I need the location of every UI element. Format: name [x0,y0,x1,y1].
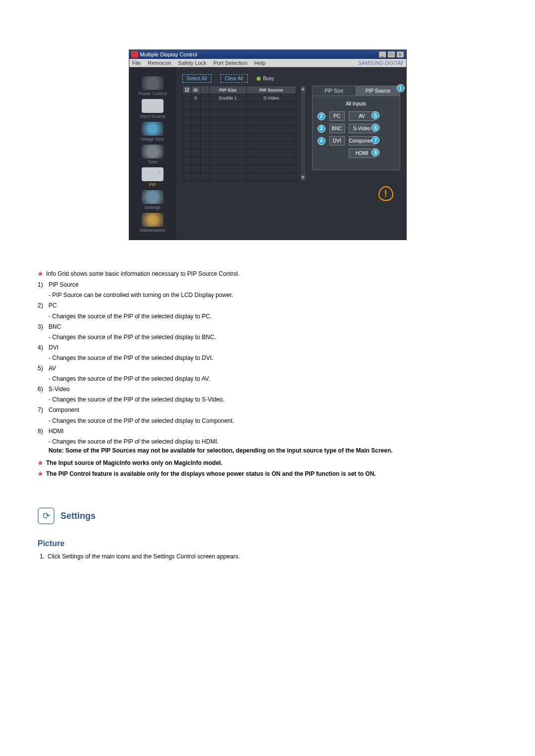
sidebar-item-settings[interactable]: Settings [129,190,176,210]
table-row[interactable] [182,165,296,173]
row-pip-source: S-Video [247,94,296,102]
table-row[interactable] [182,102,296,110]
item-2-title: PC [49,302,57,309]
sidebar-label-time: Time [129,159,176,164]
menu-remocon[interactable]: Remocon [148,60,171,66]
image-size-icon [142,122,163,136]
list-num: 8) [38,427,49,435]
busy-dot-icon [257,77,261,81]
col-check[interactable]: ☑ [182,86,191,94]
callout-7: 7 [372,136,379,144]
table-row[interactable] [182,142,296,150]
sidebar-item-input[interactable]: Input Source [129,99,176,119]
doc-bold-1: The Input source of MagicInfo works only… [46,459,222,467]
busy-label: Busy [263,76,274,81]
sidebar-label-input: Input Source [129,114,176,119]
item-6-title: S-Video [49,385,69,393]
doc-intro: Info Grid shows some basic information n… [46,270,240,278]
sidebar-item-pip[interactable]: PIP [129,167,176,187]
sidebar-item-time[interactable]: Time [129,145,176,164]
list-num: 3) [38,323,49,331]
item-8-desc: - Changes the source of the PIP of the s… [49,438,497,445]
menu-file[interactable]: File [132,60,141,66]
doc-bold-2: The PIP Control feature is available onl… [46,470,376,478]
grid-scrollbar[interactable]: ▲ ▼ [300,86,306,181]
item-3-title: BNC [49,323,61,331]
picture-heading: Picture [38,539,497,548]
table-row[interactable]: 0 Double 1 S-Video [182,94,296,102]
source-hdmi-label: HDMI [356,151,369,156]
select-all-button[interactable]: Select All [182,74,212,83]
maximize-button[interactable]: □ [387,51,395,58]
source-pc-button[interactable]: PC [329,111,345,121]
star-icon: ★ [38,470,43,478]
table-row[interactable] [182,157,296,165]
callout-5: 5 [372,111,379,119]
list-num: 7) [38,406,49,414]
item-7-desc: - Changes the source of the PIP of the s… [49,417,497,424]
tab-pip-source[interactable]: PIP Source 1 [356,86,400,96]
list-num: 4) [38,344,49,352]
source-hdmi-button[interactable]: HDMI 8 [349,149,375,158]
item-6-desc: - Changes the source of the PIP of the s… [49,396,497,403]
tab-pip-size[interactable]: PIP Size [312,86,356,96]
list-num: 6) [38,385,49,393]
list-num: 2) [38,302,49,309]
source-bnc-button[interactable]: BNC [329,124,345,133]
table-row[interactable] [182,110,296,118]
menu-port-selection[interactable]: Port Selection [214,60,247,66]
warning-icon: ! [378,186,393,201]
col-status[interactable]: ⬛ [200,86,209,94]
list-num: 1) [38,281,49,289]
table-row[interactable] [182,150,296,157]
brand-label: SAMSUNG DIGITAll [358,60,403,66]
item-1-desc: - PIP Source can be controlled with turn… [49,292,497,299]
table-row[interactable] [182,134,296,142]
sidebar-item-image[interactable]: Image Size [129,122,176,142]
table-row[interactable] [182,173,296,181]
time-icon [142,145,163,158]
row-id: 0 [191,94,200,102]
scroll-up-icon[interactable]: ▲ [301,86,306,92]
close-button[interactable]: × [396,51,404,58]
col-pip-size[interactable]: PIP Size [209,86,247,94]
callout-4: 4 [318,137,325,145]
minimize-button[interactable]: _ [378,51,386,58]
scroll-down-icon[interactable]: ▼ [301,175,306,181]
col-id[interactable]: ID [191,86,200,94]
clear-all-button[interactable]: Clear All [220,74,248,83]
table-row[interactable] [182,126,296,134]
list-num: 5) [38,364,49,372]
sidebar: Power Control Input Source Image Size Ti… [129,67,176,240]
callout-8: 8 [372,149,379,156]
source-component-button[interactable]: Component 7 [349,136,375,146]
item-5-title: AV [49,364,56,372]
source-dvi-button[interactable]: DVI [329,136,345,146]
app-icon [131,51,138,58]
menu-help[interactable]: Help [254,60,266,66]
source-av-button[interactable]: AV 5 [349,111,375,121]
sidebar-item-power[interactable]: Power Control [129,76,176,96]
callout-1: 1 [397,84,405,92]
col-pip-source[interactable]: PIP Source [247,86,296,94]
item-2-desc: - Changes the source of the PIP of the s… [49,313,497,320]
source-svideo-button[interactable]: S-Video 6 [349,124,375,133]
callout-6: 6 [372,124,379,132]
table-row[interactable] [182,118,296,126]
item-4-title: DVI [49,344,58,352]
input-source-icon [142,99,163,113]
maintenance-icon [142,213,163,227]
settings-icon [142,190,163,204]
row-pip-size: Double 1 [209,94,247,102]
sidebar-label-maint: Maintenance [129,228,176,233]
settings-heading: Settings [60,511,96,521]
pip-icon [142,167,163,181]
sidebar-label-pip: PIP [129,182,176,187]
settings-heading-icon: ⟳ [38,507,54,524]
sidebar-item-maintenance[interactable]: Maintenance [129,213,176,233]
menu-safety-lock[interactable]: Safety Lock [178,60,206,66]
window-title: Multiple Display Control [140,51,198,57]
busy-indicator: Busy [257,76,274,81]
picture-step-text: Click Settings of the main icons and the… [48,553,240,560]
item-4-desc: - Changes the source of the PIP of the s… [49,354,497,361]
